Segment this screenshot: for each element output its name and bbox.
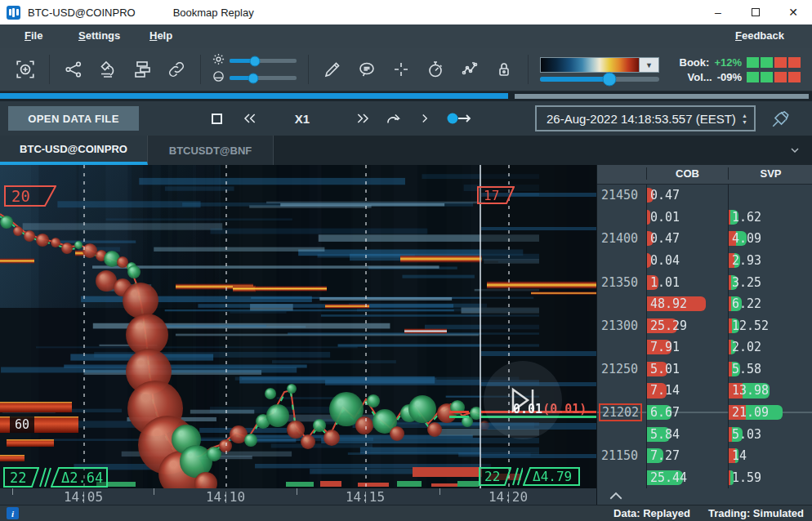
- svp-value: 4.09: [729, 231, 761, 246]
- zoom-area-icon[interactable]: [11, 56, 39, 83]
- contrast-slider-handle[interactable]: [248, 73, 258, 83]
- book-cell-green: [761, 72, 773, 82]
- stop-button[interactable]: [206, 101, 227, 136]
- time-axis: 14:0514:1014:1514:20: [0, 488, 596, 505]
- datetime-spinner[interactable]: ▲▼: [742, 113, 747, 125]
- colormap-slider-handle[interactable]: [602, 73, 616, 87]
- go-to-live-button[interactable]: [443, 101, 477, 136]
- svp-value: 1.59: [729, 470, 761, 485]
- time-label: 14:05: [51, 489, 116, 505]
- dom-row: 212505.015.58: [597, 358, 812, 381]
- svp-cell: [728, 185, 812, 207]
- dom-row: 2130025.2912.52: [597, 314, 812, 336]
- svp-cell: 21.09: [728, 402, 812, 424]
- replay-cursor-line[interactable]: [480, 165, 481, 488]
- time-minor-tick: [439, 488, 440, 495]
- play-to-next-button[interactable]: [484, 361, 562, 439]
- time-label: 14:15: [332, 489, 398, 505]
- draw-pencil-icon[interactable]: [319, 56, 346, 83]
- delta-badge-right: Δ4.79: [523, 467, 580, 486]
- note-bubble-icon[interactable]: [353, 56, 381, 83]
- contrast-slider[interactable]: [230, 76, 297, 80]
- cob-value: 7.91: [647, 340, 680, 354]
- cob-cell: 1.01: [646, 271, 728, 293]
- menu-file[interactable]: File: [25, 29, 42, 42]
- chevron-down-icon[interactable]: [784, 140, 805, 160]
- crosshair-icon[interactable]: [387, 56, 415, 83]
- toolbar-separator: [200, 55, 201, 84]
- cob-cell: 5.01: [646, 358, 728, 381]
- colormap-dropdown-icon[interactable]: ▼: [639, 58, 658, 72]
- open-data-file-button[interactable]: OPEN DATA FILE: [8, 106, 139, 131]
- brightness-slider-handle[interactable]: [250, 56, 261, 66]
- menu-help[interactable]: Help: [149, 29, 172, 42]
- chevron-up-icon[interactable]: [604, 488, 628, 503]
- vol-label: Vol...: [688, 71, 712, 83]
- book-value: +12%: [714, 56, 742, 69]
- tab-btcusdt-bnf[interactable]: BTCUSDT@BNF: [148, 136, 274, 165]
- rewind-button[interactable]: [237, 101, 261, 136]
- datetime-field[interactable]: 26-Aug-2022 14:18:53.557 (EEST) ▲▼: [535, 105, 756, 131]
- microscope-icon[interactable]: [94, 56, 122, 83]
- dom-row: 211507.2714: [597, 445, 812, 467]
- minimize-button[interactable]: –: [699, 0, 737, 24]
- dom-row: 7.1413.98: [597, 380, 812, 402]
- info-icon[interactable]: i: [7, 507, 19, 519]
- brightness-slider[interactable]: [230, 59, 297, 63]
- cob-cell: 25.29: [646, 314, 728, 336]
- tab-btc-usd-coinpro[interactable]: BTC-USD@COINPRO: [0, 136, 148, 165]
- dom-row: 212026.6721.09: [597, 402, 812, 424]
- price-cell: 21450: [597, 188, 646, 203]
- book-cells: [747, 57, 801, 68]
- time-gridline: [508, 165, 510, 488]
- close-button[interactable]: ✕: [774, 0, 812, 24]
- fast-forward-button[interactable]: [351, 101, 376, 136]
- play-step-button[interactable]: [415, 101, 435, 136]
- cob-value: 25.29: [647, 318, 687, 333]
- maximize-button[interactable]: [737, 0, 774, 24]
- heatmap-chart[interactable]: 20 17 60 22 Δ2.64 22 Δ4.79 0: [0, 165, 596, 488]
- svp-value: 12.52: [729, 318, 769, 333]
- indicators-icon[interactable]: [456, 56, 484, 83]
- status-trading-mode: Trading: Simulated: [708, 507, 804, 519]
- cob-value: 0.47: [647, 231, 680, 246]
- cob-value: 5.84: [647, 427, 680, 442]
- lock-icon[interactable]: [490, 56, 518, 83]
- toolbar-separator: [49, 55, 50, 84]
- badge-slashes: [510, 467, 523, 486]
- menu-settings[interactable]: Settings: [78, 29, 120, 42]
- window-title: BTC-USD@COINPRO: [28, 7, 136, 19]
- price-cell: 21202: [597, 405, 646, 420]
- heatmap-canvas[interactable]: [0, 165, 596, 488]
- svp-value: 2.02: [729, 340, 761, 354]
- toolbar-separator: [308, 55, 309, 84]
- price-cell: 21250: [597, 362, 646, 376]
- cob-cell: 5.84: [646, 423, 728, 445]
- dom-row: 7.912.02: [597, 336, 812, 358]
- cob-cell: 7.14: [646, 380, 728, 402]
- pin-icon[interactable]: [766, 101, 796, 136]
- price-cell: 21150: [597, 448, 646, 463]
- svp-cell: 2.93: [728, 250, 812, 272]
- dom-row: 5.845.03: [597, 423, 812, 445]
- link-icon[interactable]: [163, 56, 190, 83]
- speed-label[interactable]: X1: [289, 101, 315, 136]
- svp-cell: 6.22: [728, 293, 812, 315]
- colormap-selector[interactable]: ▼: [540, 57, 659, 73]
- menu-feedback[interactable]: Feedback: [735, 29, 784, 42]
- share-icon[interactable]: [60, 56, 87, 83]
- stopwatch-icon[interactable]: [422, 56, 449, 83]
- replay-progress-bar[interactable]: [0, 91, 812, 101]
- vol-cells: [747, 72, 801, 82]
- dom-row: 0.011.62: [597, 207, 812, 229]
- depth-label: 60: [10, 416, 34, 433]
- bid-count-badge-left: 22: [3, 467, 39, 488]
- cascade-windows-icon[interactable]: [128, 56, 156, 83]
- colormap-slider[interactable]: [540, 77, 659, 82]
- price-tick-label: 21400: [601, 231, 638, 246]
- skip-forward-icon[interactable]: [382, 101, 407, 136]
- tab-bar: BTC-USD@COINPRO BTCUSDT@BNF: [0, 136, 812, 165]
- time-gridline: [365, 165, 367, 488]
- price-cell: 21400: [597, 231, 646, 246]
- svp-cell: 14: [728, 445, 812, 467]
